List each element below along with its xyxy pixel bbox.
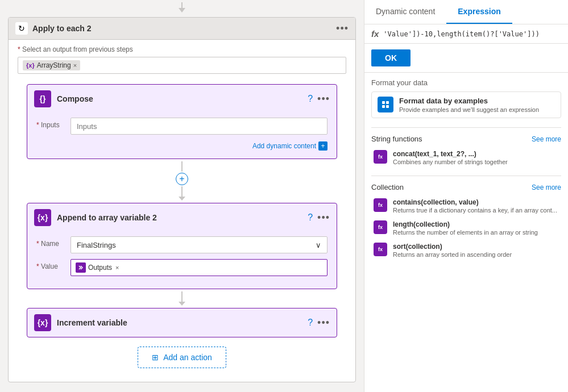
format-card-description: Provide examples and we'll suggest an ex… (399, 106, 539, 113)
divider-2 (371, 176, 561, 176)
contains-function-icon: fx (374, 198, 387, 212)
tag-close-button[interactable]: × (73, 62, 77, 69)
divider-1 (371, 127, 561, 128)
compose-header: {} Compose ? ••• (27, 85, 337, 113)
string-functions-section: String functions See more fx concat(text… (364, 131, 568, 172)
increment-icon-label: {x} (38, 318, 48, 327)
compose-icon-label: {} (40, 94, 46, 103)
dynamic-plus-icon: + (318, 141, 327, 151)
sort-function-text: sort(collection) Returns an array sorted… (393, 243, 512, 258)
collection-section: Collection See more fx contains(collecti… (364, 180, 568, 265)
append-variable-block: {x} Append to array variable 2 ? ••• Nam… (27, 203, 337, 289)
tab-expression[interactable]: Expression (446, 0, 512, 24)
increment-variable-header: {x} Increment variable ? ••• (27, 308, 337, 337)
add-action-label: Add an action (163, 353, 212, 362)
collection-header: Collection See more (371, 183, 561, 191)
connector-line-2 (181, 186, 183, 197)
add-action-button[interactable]: ⊞ Add an action (138, 347, 226, 368)
concat-function-item[interactable]: fx concat(text_1, text_2?, ...) Combines… (371, 147, 561, 169)
format-data-card[interactable]: Format data by examples Provide examples… (371, 91, 561, 118)
increment-more-button[interactable]: ••• (317, 317, 330, 329)
tab-dynamic-content[interactable]: Dynamic content (364, 0, 446, 24)
append-variable-more-button[interactable]: ••• (317, 212, 330, 224)
format-section: Format your data Format data by examples… (364, 73, 568, 124)
name-label: Name (36, 236, 64, 248)
increment-help-icon[interactable]: ? (308, 318, 313, 328)
append-variable-help-icon[interactable]: ? (308, 212, 313, 223)
contains-function-description: Returns true if a dictionary contains a … (393, 207, 557, 214)
connector-line-1 (181, 161, 183, 172)
expression-input[interactable] (383, 30, 561, 38)
increment-variable-header-left: {x} Increment variable (34, 314, 127, 331)
add-action-container: ⊞ Add an action (18, 337, 346, 373)
array-string-tag-input[interactable]: {x} ArrayString × (18, 57, 346, 74)
length-function-name: length(collection) (393, 220, 538, 228)
dynamic-content-link[interactable]: Add dynamic content + (36, 140, 327, 152)
value-tag-input[interactable]: Outputs × (71, 259, 327, 276)
compose-help-icon[interactable]: ? (308, 94, 313, 104)
length-function-text: length(collection) Returns the number of… (393, 220, 538, 236)
format-card-icon (378, 97, 393, 112)
select-output-label: Select an output from previous steps (18, 45, 346, 53)
append-variable-icon: {x} (34, 209, 51, 226)
append-variable-header: {x} Append to array variable 2 ? ••• (27, 203, 337, 232)
right-panel: Dynamic content Expression fx OK Format … (364, 0, 568, 392)
sort-function-name: sort(collection) (393, 243, 512, 251)
concat-function-text: concat(text_1, text_2?, ...) Combines an… (393, 150, 508, 165)
contains-function-name: contains(collection, value) (393, 198, 557, 206)
array-string-tag: {x} ArrayString × (23, 60, 80, 70)
connector-plus-section: + (18, 159, 346, 203)
collection-see-more[interactable]: See more (532, 184, 561, 191)
connector-arrow-section (18, 289, 346, 308)
expression-bar: fx (364, 24, 568, 44)
append-variable-header-left: {x} Append to array variable 2 (34, 209, 157, 226)
tag-icon: {x} (26, 62, 35, 69)
svg-marker-1 (179, 8, 185, 12)
string-functions-see-more[interactable]: See more (532, 135, 561, 143)
outputs-tag-icon (76, 262, 86, 273)
increment-variable-header-right: ? ••• (308, 317, 330, 329)
panel-content: Format your data Format data by examples… (364, 73, 568, 392)
ok-button-container: OK (364, 44, 568, 73)
format-section-label: Format your data (371, 78, 561, 87)
compose-inputs-field[interactable] (71, 118, 327, 135)
increment-variable-block: {x} Increment variable ? ••• (27, 308, 337, 337)
svg-rect-3 (386, 101, 389, 104)
compose-header-left: {} Compose (34, 90, 93, 107)
name-value: FinalStrings (77, 241, 116, 249)
tag-label: ArrayString (37, 61, 71, 69)
apply-each-more-button[interactable]: ••• (336, 23, 349, 35)
top-connector-arrow (0, 0, 364, 12)
ok-button[interactable]: OK (371, 49, 411, 66)
svg-rect-2 (382, 101, 385, 104)
contains-function-text: contains(collection, value) Returns true… (393, 198, 557, 214)
inner-content: {} Compose ? ••• Inputs Add dy (9, 80, 355, 382)
outputs-tag: Outputs (76, 262, 112, 273)
contains-function-item[interactable]: fx contains(collection, value) Returns t… (371, 195, 561, 217)
length-function-item[interactable]: fx length(collection) Returns the number… (371, 217, 561, 239)
left-panel: ↻ Apply to each 2 ••• Select an output f… (0, 0, 364, 392)
length-function-icon: fx (374, 220, 387, 234)
compose-more-button[interactable]: ••• (317, 93, 330, 105)
format-card-title: Format data by examples (399, 97, 539, 105)
name-dropdown[interactable]: FinalStrings ∨ (71, 236, 327, 253)
sort-function-icon: fx (374, 243, 387, 256)
apply-each-header: ↻ Apply to each 2 ••• (9, 18, 355, 40)
concat-function-name: concat(text_1, text_2?, ...) (393, 150, 508, 158)
svg-rect-4 (382, 105, 385, 108)
collection-title: Collection (371, 183, 404, 191)
connector-arrow-1 (179, 197, 185, 201)
tag-close-outputs[interactable]: × (115, 264, 119, 271)
panel-tabs: Dynamic content Expression (364, 0, 568, 24)
string-functions-header: String functions See more (371, 135, 561, 143)
dropdown-chevron-icon: ∨ (316, 241, 321, 249)
connector-plus-button[interactable]: + (176, 173, 188, 185)
increment-variable-title: Increment variable (57, 318, 127, 327)
apply-each-title: Apply to each 2 (32, 24, 91, 33)
outputs-tag-label: Outputs (88, 264, 112, 272)
sort-function-item[interactable]: fx sort(collection) Returns an array sor… (371, 239, 561, 261)
format-card-text: Format data by examples Provide examples… (399, 97, 539, 113)
name-field-row: Name FinalStrings ∨ (36, 236, 327, 253)
append-variable-body: Name FinalStrings ∨ Value (27, 232, 337, 289)
fx-label: fx (371, 29, 379, 39)
